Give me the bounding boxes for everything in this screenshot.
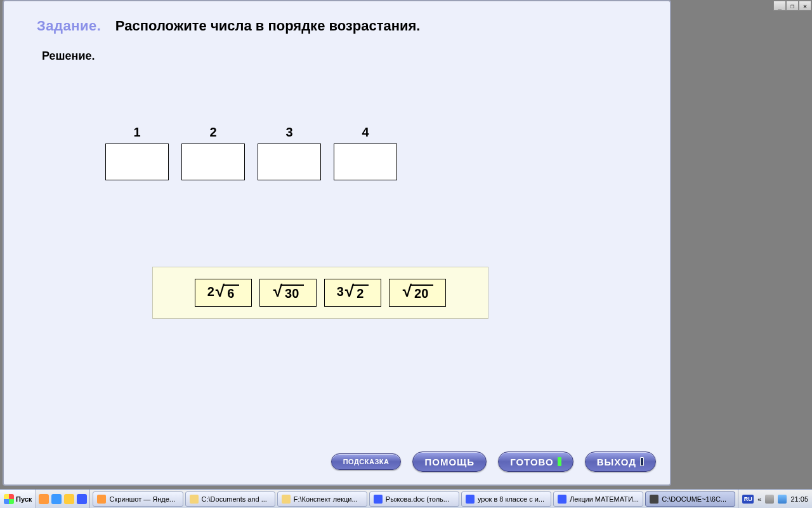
radicand: 30 xyxy=(281,284,304,301)
word-icon xyxy=(374,495,383,504)
start-label: Пуск xyxy=(16,495,32,503)
slot-2: 2 xyxy=(181,125,245,180)
mail-icon[interactable] xyxy=(64,494,74,504)
folder-icon xyxy=(190,495,199,504)
solution-label: Решение. xyxy=(42,50,645,63)
start-button[interactable]: Пуск xyxy=(0,490,36,508)
minimize-button[interactable]: _ xyxy=(773,1,786,11)
tile-sqrt20[interactable]: √ 20 xyxy=(389,279,446,307)
taskbar-item-label: C:\DOCUME~1\6C... xyxy=(662,495,726,503)
close-button[interactable]: ✕ xyxy=(799,1,811,11)
taskbar-item-label: C:\Documents and ... xyxy=(202,495,267,503)
tray-chevron[interactable]: « xyxy=(757,495,761,503)
language-indicator[interactable]: RU xyxy=(742,495,754,504)
tile-sqrt30[interactable]: √ 30 xyxy=(259,279,317,307)
taskbar-items: Скриншот — Янде... C:\Documents and ... … xyxy=(90,490,738,508)
taskbar-item-label: Скриншот — Янде... xyxy=(109,495,175,503)
taskbar-item[interactable]: урок в 8 классе с и... xyxy=(461,491,551,507)
drop-target[interactable] xyxy=(334,144,397,180)
firefox-icon[interactable] xyxy=(39,494,49,504)
firefox-icon xyxy=(97,495,106,504)
drop-target[interactable] xyxy=(258,144,321,180)
slot-3: 3 xyxy=(258,125,321,180)
desktop: _ ❐ ✕ Задание. Расположите числа в поряд… xyxy=(0,0,812,508)
ie-icon[interactable] xyxy=(51,494,62,504)
task-text: Расположите числа в порядке возрастания. xyxy=(115,18,421,34)
slot-number: 3 xyxy=(258,125,321,140)
taskbar-item-label: Лекции МАТЕМАТИ... xyxy=(570,495,639,503)
word-icon[interactable] xyxy=(77,494,87,504)
slot-1: 1 xyxy=(105,125,169,180)
restore-button[interactable]: ❐ xyxy=(786,1,799,11)
exit-label: ВЫХОД xyxy=(597,457,636,467)
check-icon xyxy=(558,457,561,466)
system-tray: RU « 21:05 xyxy=(738,490,812,508)
word-icon xyxy=(466,495,475,504)
slot-4: 4 xyxy=(334,125,397,180)
done-label: ГОТОВО xyxy=(510,457,554,467)
app-icon xyxy=(650,495,658,504)
tile-tray: 2 √ 6 √ 30 3 √ 2 xyxy=(152,267,488,319)
taskbar-item-label: урок в 8 классе с и... xyxy=(478,495,544,503)
taskbar-item-label: Рыжова.doc (толь... xyxy=(386,495,449,503)
volume-icon[interactable] xyxy=(765,495,774,504)
radicand: 6 xyxy=(223,284,239,301)
taskbar-item[interactable]: C:\Documents and ... xyxy=(185,491,275,507)
taskbar-item[interactable]: F:\Конспект лекци... xyxy=(277,491,367,507)
button-bar: ПОДСКАЗКА ПОМОЩЬ ГОТОВО ВЫХОД xyxy=(331,451,656,472)
radicand: 2 xyxy=(353,284,369,301)
help-button[interactable]: ПОМОЩЬ xyxy=(412,451,487,472)
drop-target[interactable] xyxy=(105,144,169,180)
drop-target[interactable] xyxy=(181,144,245,180)
coefficient: 2 xyxy=(207,284,216,299)
word-icon xyxy=(558,495,566,504)
drop-slots: 1 2 3 4 xyxy=(105,125,670,180)
windows-icon xyxy=(4,494,14,504)
door-icon xyxy=(640,457,644,466)
slot-number: 1 xyxy=(105,125,169,140)
header: Задание. Расположите числа в порядке воз… xyxy=(4,1,670,68)
tile-2sqrt6[interactable]: 2 √ 6 xyxy=(195,279,252,307)
taskbar-item[interactable]: Скриншот — Янде... xyxy=(93,491,183,507)
folder-icon xyxy=(282,495,291,504)
slot-number: 4 xyxy=(334,125,397,140)
tile-3sqrt2[interactable]: 3 √ 2 xyxy=(324,279,381,307)
clock[interactable]: 21:05 xyxy=(790,495,808,503)
taskbar-item[interactable]: Рыжова.doc (толь... xyxy=(369,491,459,507)
exercise-window: Задание. Расположите числа в порядке воз… xyxy=(3,0,671,486)
hint-button[interactable]: ПОДСКАЗКА xyxy=(331,453,402,470)
taskbar-item[interactable]: Лекции МАТЕМАТИ... xyxy=(553,491,643,507)
quick-launch xyxy=(36,490,90,508)
slot-number: 2 xyxy=(181,125,245,140)
taskbar: Пуск Скриншот — Янде... C:\Documents and… xyxy=(0,489,812,508)
taskbar-item-label: F:\Конспект лекци... xyxy=(294,495,358,503)
done-button[interactable]: ГОТОВО xyxy=(498,451,573,472)
network-icon[interactable] xyxy=(778,495,787,504)
taskbar-item[interactable]: C:\DOCUME~1\6C... xyxy=(645,491,735,507)
exit-button[interactable]: ВЫХОД xyxy=(585,451,656,472)
window-controls: _ ❐ ✕ xyxy=(773,1,811,11)
coefficient: 3 xyxy=(337,284,345,299)
radicand: 20 xyxy=(410,284,433,301)
task-label: Задание. xyxy=(37,18,101,34)
